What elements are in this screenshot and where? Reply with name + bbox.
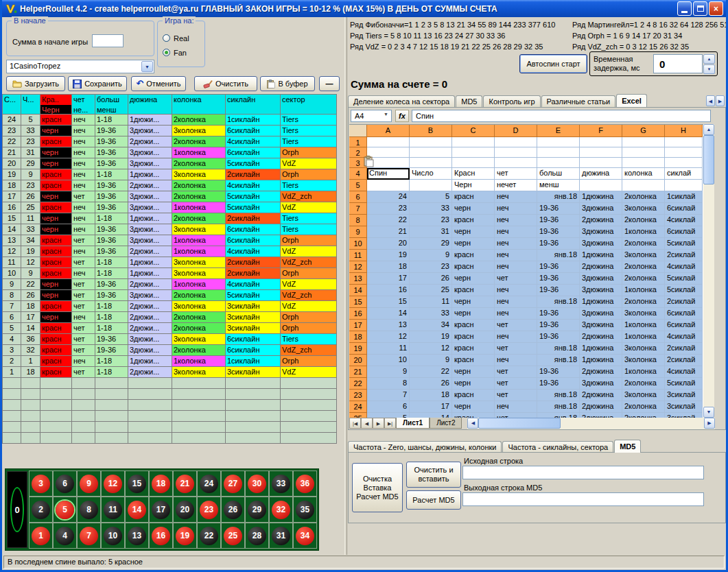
board-tile[interactable]: 12 [101, 470, 125, 497]
board-tile[interactable]: 17 [149, 497, 173, 523]
excel-row-header[interactable]: 23 [349, 390, 367, 401]
excel-cell[interactable] [410, 158, 452, 168]
excel-cell[interactable]: 5сиклай [665, 238, 703, 250]
excel-cell[interactable]: 33 [410, 203, 452, 215]
excel-cell[interactable]: неч [495, 355, 537, 366]
excel-cell[interactable] [452, 158, 495, 168]
excel-cell[interactable]: 18 [410, 390, 452, 401]
clear-button[interactable]: Очистить [194, 76, 257, 91]
board-zero[interactable]: 0 [7, 471, 27, 548]
excel-cell[interactable]: черн [452, 238, 495, 250]
dash-button[interactable]: — [319, 76, 340, 91]
excel-cell[interactable] [622, 137, 665, 147]
excel-cell[interactable]: 4сиклай [665, 215, 703, 226]
excel-cell[interactable]: 19 [410, 331, 452, 343]
excel-row-header[interactable]: 10 [349, 238, 367, 250]
excel-cell[interactable]: красн [452, 343, 495, 355]
start-sum-input[interactable] [92, 34, 124, 47]
excel-cell[interactable]: красн [452, 261, 495, 273]
excel-cell[interactable]: неч [495, 331, 537, 343]
load-button[interactable]: Загрузить [6, 76, 65, 91]
excel-cell[interactable]: 6сиклай [665, 226, 703, 238]
excel-cell[interactable]: 3дюжина [580, 308, 622, 320]
excel-cell[interactable]: 5 [410, 191, 452, 203]
excel-cell[interactable]: 4сиклай [665, 331, 703, 343]
excel-cell[interactable] [495, 158, 537, 168]
board-tile[interactable]: 13 [125, 523, 149, 549]
board-tile[interactable]: 33 [269, 470, 293, 497]
excel-cell[interactable]: 21 [367, 226, 410, 238]
excel-cell[interactable]: 2колонка [622, 215, 665, 226]
board-tile[interactable]: 6 [53, 470, 77, 497]
excel-cell[interactable]: 12 [367, 331, 410, 343]
excel-cell[interactable]: 2сиклай [665, 343, 703, 355]
excel-row-header[interactable]: 1 [349, 137, 367, 147]
excel-cell[interactable]: 9 [367, 366, 410, 378]
excel-row-header[interactable]: 18 [349, 331, 367, 343]
excel-row-header[interactable]: 5 [349, 180, 367, 191]
excel-cell[interactable]: 2дюжина [580, 390, 622, 401]
board-tile[interactable]: 14 [125, 497, 149, 523]
excel-cell[interactable]: 3дюжина [580, 238, 622, 250]
excel-cell[interactable]: неч [495, 203, 537, 215]
excel-cell[interactable] [367, 137, 410, 147]
delay-input[interactable]: 0 [653, 54, 703, 73]
excel-cell[interactable]: 3дюжина [580, 273, 622, 285]
excel-cell[interactable] [495, 137, 537, 147]
excel-cell[interactable]: 19-36 [537, 366, 580, 378]
cell-name-box[interactable]: A4 ▼ [351, 110, 392, 122]
excel-cell[interactable] [410, 180, 452, 191]
excel-cell[interactable]: неч [495, 226, 537, 238]
excel-cell[interactable] [580, 147, 622, 158]
excel-cell[interactable]: неч [495, 308, 537, 320]
excel-cell[interactable]: красн [452, 331, 495, 343]
scroll-down-button[interactable]: ▼ [703, 407, 714, 418]
board-tile[interactable]: 11 [101, 497, 125, 523]
excel-hscrollbar[interactable]: ◀ ▶ [467, 418, 715, 429]
excel-cell[interactable]: красн [452, 413, 495, 418]
excel-cell[interactable]: 17 [410, 401, 452, 413]
excel-cell[interactable]: больш [537, 168, 580, 180]
sheet-nav-button[interactable]: |◀ [349, 418, 361, 429]
excel-row-header[interactable]: 7 [349, 203, 367, 215]
excel-cell[interactable] [367, 180, 410, 191]
excel-column-header[interactable]: F [580, 125, 622, 137]
board-tile[interactable]: 30 [245, 470, 269, 497]
board-tile[interactable]: 28 [245, 523, 269, 549]
excel-cell[interactable]: 19-36 [537, 308, 580, 320]
excel-cell[interactable]: 23 [410, 215, 452, 226]
excel-cell[interactable]: янв.18 [537, 343, 580, 355]
excel-row-header[interactable]: 17 [349, 320, 367, 331]
excel-row-header[interactable]: 14 [349, 285, 367, 296]
md5-output-field[interactable] [462, 492, 704, 506]
excel-cell[interactable]: Черн [452, 180, 495, 191]
excel-row-header[interactable]: 16 [349, 308, 367, 320]
excel-cell[interactable]: 2дюжина [580, 261, 622, 273]
excel-cell[interactable]: неч [495, 215, 537, 226]
excel-cell[interactable] [665, 137, 703, 147]
excel-cell[interactable]: 19-36 [537, 285, 580, 296]
board-tile[interactable]: 4 [53, 523, 77, 549]
md5-clear-paste-calc-button[interactable]: Очистка Вставка Расчет MD5 [352, 463, 403, 512]
excel-cell[interactable]: черн [452, 366, 495, 378]
excel-cell[interactable]: неч [495, 296, 537, 308]
sheet-tab-лист2[interactable]: Лист2 [430, 418, 462, 429]
board-tile[interactable]: 31 [269, 523, 293, 549]
excel-cell[interactable]: колонка [622, 168, 665, 180]
excel-cell[interactable]: 2сиклай [665, 355, 703, 366]
excel-cell[interactable]: 9 [410, 250, 452, 261]
excel-cell[interactable]: 1дюжина [580, 250, 622, 261]
excel-cell[interactable]: 1колонка [622, 320, 665, 331]
excel-cell[interactable]: неч [495, 285, 537, 296]
radio-option-fan[interactable]: Fan [163, 45, 189, 60]
excel-cell[interactable]: 3колонка [622, 343, 665, 355]
excel-cell[interactable]: 22 [367, 215, 410, 226]
excel-column-header[interactable]: D [495, 125, 537, 137]
excel-cell[interactable]: 18 [367, 261, 410, 273]
copy-to-buffer-button[interactable]: В буфер [260, 76, 315, 91]
excel-cell[interactable]: 7 [367, 390, 410, 401]
excel-cell[interactable]: 3дюжина [580, 226, 622, 238]
excel-cell[interactable]: 12 [410, 343, 452, 355]
excel-cell[interactable]: 20 [367, 238, 410, 250]
excel-cell[interactable]: 2колонка [622, 401, 665, 413]
